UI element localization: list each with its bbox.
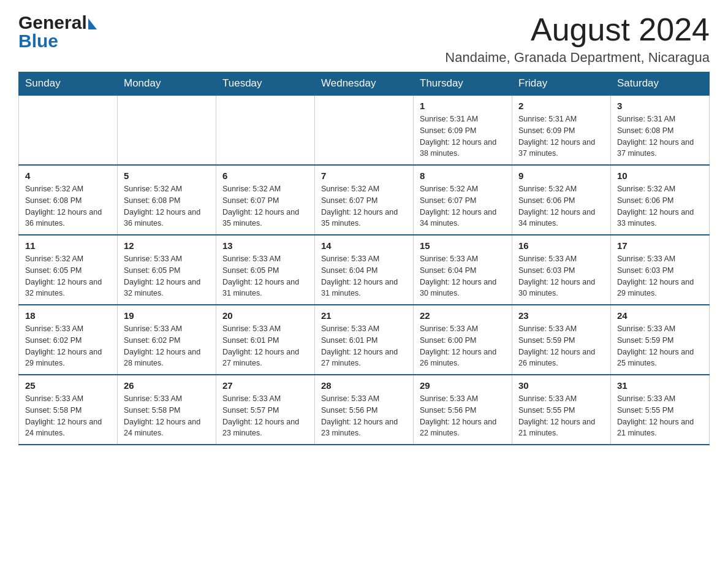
day-of-week-header: Sunday <box>19 72 118 96</box>
day-info: Sunrise: 5:31 AM Sunset: 6:08 PM Dayligh… <box>617 113 703 159</box>
day-info: Sunrise: 5:33 AM Sunset: 5:55 PM Dayligh… <box>518 393 604 439</box>
day-info: Sunrise: 5:32 AM Sunset: 6:07 PM Dayligh… <box>222 183 308 229</box>
day-info: Sunrise: 5:33 AM Sunset: 5:59 PM Dayligh… <box>617 323 703 369</box>
day-number: 16 <box>518 240 604 251</box>
day-number: 7 <box>321 170 407 181</box>
day-number: 8 <box>420 170 506 181</box>
day-info: Sunrise: 5:33 AM Sunset: 6:02 PM Dayligh… <box>25 323 111 369</box>
calendar-day-cell: 30Sunrise: 5:33 AM Sunset: 5:55 PM Dayli… <box>512 375 611 445</box>
calendar-day-cell: 16Sunrise: 5:33 AM Sunset: 6:03 PM Dayli… <box>512 235 611 305</box>
day-of-week-header: Monday <box>118 72 216 96</box>
day-number: 13 <box>222 240 308 251</box>
day-number: 22 <box>420 310 506 321</box>
calendar-week-row: 25Sunrise: 5:33 AM Sunset: 5:58 PM Dayli… <box>19 375 710 445</box>
day-info: Sunrise: 5:32 AM Sunset: 6:07 PM Dayligh… <box>420 183 506 229</box>
calendar-day-cell: 6Sunrise: 5:32 AM Sunset: 6:07 PM Daylig… <box>216 165 315 235</box>
day-info: Sunrise: 5:33 AM Sunset: 6:05 PM Dayligh… <box>222 253 308 299</box>
day-info: Sunrise: 5:33 AM Sunset: 5:56 PM Dayligh… <box>420 393 506 439</box>
calendar-table: SundayMondayTuesdayWednesdayThursdayFrid… <box>18 72 710 445</box>
calendar-day-cell <box>19 95 118 165</box>
calendar-day-cell: 22Sunrise: 5:33 AM Sunset: 6:00 PM Dayli… <box>414 305 512 375</box>
calendar-day-cell: 18Sunrise: 5:33 AM Sunset: 6:02 PM Dayli… <box>19 305 118 375</box>
calendar-day-cell: 13Sunrise: 5:33 AM Sunset: 6:05 PM Dayli… <box>216 235 315 305</box>
day-info: Sunrise: 5:33 AM Sunset: 5:58 PM Dayligh… <box>124 393 210 439</box>
calendar-day-cell: 27Sunrise: 5:33 AM Sunset: 5:57 PM Dayli… <box>216 375 315 445</box>
day-number: 24 <box>617 310 703 321</box>
logo-blue-text: Blue <box>18 31 58 52</box>
day-of-week-header: Thursday <box>414 72 512 96</box>
calendar-day-cell: 2Sunrise: 5:31 AM Sunset: 6:09 PM Daylig… <box>512 95 611 165</box>
day-number: 15 <box>420 240 506 251</box>
calendar-day-cell: 17Sunrise: 5:33 AM Sunset: 6:03 PM Dayli… <box>611 235 710 305</box>
day-number: 1 <box>420 101 506 111</box>
calendar-day-cell: 29Sunrise: 5:33 AM Sunset: 5:56 PM Dayli… <box>414 375 512 445</box>
day-info: Sunrise: 5:32 AM Sunset: 6:05 PM Dayligh… <box>25 253 111 299</box>
calendar-day-cell: 11Sunrise: 5:32 AM Sunset: 6:05 PM Dayli… <box>19 235 118 305</box>
day-info: Sunrise: 5:32 AM Sunset: 6:07 PM Dayligh… <box>321 183 407 229</box>
day-number: 28 <box>321 380 407 391</box>
day-info: Sunrise: 5:33 AM Sunset: 5:57 PM Dayligh… <box>222 393 308 439</box>
day-number: 5 <box>124 170 210 181</box>
day-number: 19 <box>124 310 210 321</box>
calendar-day-cell: 12Sunrise: 5:33 AM Sunset: 6:05 PM Dayli… <box>118 235 216 305</box>
calendar-week-row: 1Sunrise: 5:31 AM Sunset: 6:09 PM Daylig… <box>19 95 710 165</box>
day-info: Sunrise: 5:32 AM Sunset: 6:08 PM Dayligh… <box>25 183 111 229</box>
calendar-day-cell: 10Sunrise: 5:32 AM Sunset: 6:06 PM Dayli… <box>611 165 710 235</box>
day-number: 12 <box>124 240 210 251</box>
calendar-day-cell: 21Sunrise: 5:33 AM Sunset: 6:01 PM Dayli… <box>315 305 414 375</box>
logo-general-text: General <box>18 12 87 33</box>
calendar-day-cell: 14Sunrise: 5:33 AM Sunset: 6:04 PM Dayli… <box>315 235 414 305</box>
day-info: Sunrise: 5:32 AM Sunset: 6:06 PM Dayligh… <box>617 183 703 229</box>
day-info: Sunrise: 5:33 AM Sunset: 5:55 PM Dayligh… <box>617 393 703 439</box>
calendar-day-cell: 28Sunrise: 5:33 AM Sunset: 5:56 PM Dayli… <box>315 375 414 445</box>
calendar-day-cell: 9Sunrise: 5:32 AM Sunset: 6:06 PM Daylig… <box>512 165 611 235</box>
day-info: Sunrise: 5:33 AM Sunset: 5:56 PM Dayligh… <box>321 393 407 439</box>
day-of-week-header: Saturday <box>611 72 710 96</box>
title-area: August 2024 Nandaime, Granada Department… <box>445 12 710 66</box>
day-number: 30 <box>518 380 604 391</box>
calendar-day-cell: 4Sunrise: 5:32 AM Sunset: 6:08 PM Daylig… <box>19 165 118 235</box>
calendar-day-cell: 19Sunrise: 5:33 AM Sunset: 6:02 PM Dayli… <box>118 305 216 375</box>
day-number: 11 <box>25 240 111 251</box>
day-number: 31 <box>617 380 703 391</box>
day-number: 21 <box>321 310 407 321</box>
day-number: 17 <box>617 240 703 251</box>
day-number: 29 <box>420 380 506 391</box>
calendar-week-row: 4Sunrise: 5:32 AM Sunset: 6:08 PM Daylig… <box>19 165 710 235</box>
day-number: 4 <box>25 170 111 181</box>
day-of-week-header: Friday <box>512 72 611 96</box>
calendar-day-cell: 5Sunrise: 5:32 AM Sunset: 6:08 PM Daylig… <box>118 165 216 235</box>
day-info: Sunrise: 5:33 AM Sunset: 6:02 PM Dayligh… <box>124 323 210 369</box>
day-info: Sunrise: 5:33 AM Sunset: 6:03 PM Dayligh… <box>518 253 604 299</box>
calendar-day-cell: 8Sunrise: 5:32 AM Sunset: 6:07 PM Daylig… <box>414 165 512 235</box>
day-info: Sunrise: 5:31 AM Sunset: 6:09 PM Dayligh… <box>420 113 506 159</box>
day-info: Sunrise: 5:33 AM Sunset: 6:01 PM Dayligh… <box>222 323 308 369</box>
day-info: Sunrise: 5:33 AM Sunset: 5:58 PM Dayligh… <box>25 393 111 439</box>
calendar-day-cell: 31Sunrise: 5:33 AM Sunset: 5:55 PM Dayli… <box>611 375 710 445</box>
day-number: 20 <box>222 310 308 321</box>
calendar-day-cell: 15Sunrise: 5:33 AM Sunset: 6:04 PM Dayli… <box>414 235 512 305</box>
day-number: 23 <box>518 310 604 321</box>
day-of-week-header: Tuesday <box>216 72 315 96</box>
calendar-day-cell <box>216 95 315 165</box>
day-info: Sunrise: 5:32 AM Sunset: 6:06 PM Dayligh… <box>518 183 604 229</box>
calendar-week-row: 18Sunrise: 5:33 AM Sunset: 6:02 PM Dayli… <box>19 305 710 375</box>
page-header: General Blue August 2024 Nandaime, Grana… <box>18 12 710 66</box>
logo-arrow-icon <box>88 18 97 29</box>
calendar-day-cell <box>118 95 216 165</box>
day-number: 18 <box>25 310 111 321</box>
calendar-day-cell: 23Sunrise: 5:33 AM Sunset: 5:59 PM Dayli… <box>512 305 611 375</box>
day-number: 9 <box>518 170 604 181</box>
day-info: Sunrise: 5:32 AM Sunset: 6:08 PM Dayligh… <box>124 183 210 229</box>
calendar-day-cell <box>315 95 414 165</box>
calendar-day-cell: 3Sunrise: 5:31 AM Sunset: 6:08 PM Daylig… <box>611 95 710 165</box>
calendar-day-cell: 7Sunrise: 5:32 AM Sunset: 6:07 PM Daylig… <box>315 165 414 235</box>
day-number: 26 <box>124 380 210 391</box>
calendar-day-cell: 26Sunrise: 5:33 AM Sunset: 5:58 PM Dayli… <box>118 375 216 445</box>
day-number: 14 <box>321 240 407 251</box>
day-number: 10 <box>617 170 703 181</box>
month-year-title: August 2024 <box>445 12 710 47</box>
day-info: Sunrise: 5:33 AM Sunset: 6:05 PM Dayligh… <box>124 253 210 299</box>
calendar-day-cell: 1Sunrise: 5:31 AM Sunset: 6:09 PM Daylig… <box>414 95 512 165</box>
day-info: Sunrise: 5:33 AM Sunset: 5:59 PM Dayligh… <box>518 323 604 369</box>
